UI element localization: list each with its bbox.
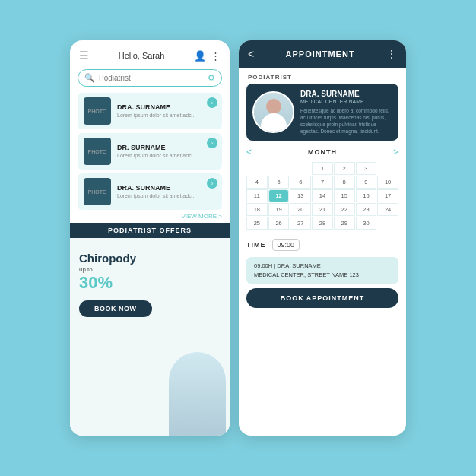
book-appointment-button[interactable]: BOOK APPOINTMENT — [246, 288, 398, 308]
cal-day-4[interactable]: 4 — [246, 176, 268, 189]
booking-time-doctor: 09:00H | DRA. SURNAME — [254, 262, 391, 270]
cal-day-9[interactable]: 9 — [356, 176, 377, 189]
card-arrow-1[interactable]: › — [207, 97, 217, 108]
cal-day-6[interactable]: 6 — [290, 176, 311, 189]
hamburger-icon[interactable]: ☰ — [79, 49, 89, 62]
appointment-more-icon[interactable]: ⋮ — [386, 48, 397, 60]
cal-day-26[interactable]: 26 — [268, 217, 290, 230]
header-icons: 👤 ⋮ — [194, 50, 221, 62]
calendar-grid: 1 2 3 4 5 6 7 8 9 10 11 12 13 14 15 16 1… — [246, 162, 398, 230]
doctor-profile-card: DRA. SURNAME MEDICAL CENTER NAME Pellent… — [246, 84, 398, 141]
cal-day-1[interactable]: 1 — [312, 162, 333, 175]
cal-day-5[interactable]: 5 — [268, 176, 290, 189]
left-phone: ☰ Hello, Sarah 👤 ⋮ 🔍 ⚙ PHOTO DRA. SURNAM… — [70, 40, 230, 436]
time-value[interactable]: 09:00 — [272, 239, 300, 251]
booking-info: 09:00H | DRA. SURNAME MEDICAL CENTER, ST… — [246, 257, 398, 284]
appointment-header: < APPOINTMENT ⋮ — [239, 40, 406, 68]
more-icon[interactable]: ⋮ — [211, 50, 221, 62]
book-now-button[interactable]: BOOK NOW — [79, 300, 152, 317]
doctor-desc-3: Lorem ipsum dolor sit amet adc... — [117, 192, 216, 199]
cal-day-22[interactable]: 22 — [334, 203, 355, 216]
right-phone: < APPOINTMENT ⋮ PODIATRIST DRA. SURNAME … — [239, 40, 406, 436]
doctor-profile-info: DRA. SURNAME MEDICAL CENTER NAME Pellent… — [300, 90, 392, 135]
calendar-section: < MONTH > 1 2 3 4 5 6 7 8 9 10 — [239, 141, 406, 236]
promo-subtitle: up to — [79, 266, 221, 273]
cal-empty — [268, 162, 290, 175]
greeting-text: Hello, Sarah — [119, 51, 165, 60]
doctor-card-3[interactable]: PHOTO DRA. SURNAME Lorem ipsum dolor sit… — [78, 173, 222, 210]
cal-empty — [290, 162, 311, 175]
cal-day-30[interactable]: 30 — [356, 217, 377, 230]
cal-day-23[interactable]: 23 — [356, 203, 377, 216]
doctor-avatar — [252, 91, 294, 133]
calendar-next-button[interactable]: > — [393, 147, 398, 157]
profile-center: MEDICAL CENTER NAME — [300, 99, 392, 104]
cal-empty — [377, 162, 398, 175]
doctor-photo-2: PHOTO — [84, 138, 111, 165]
view-more-link[interactable]: VIEW MORE > — [70, 210, 230, 223]
doctor-name-1: DRA. SURNAME — [117, 103, 216, 111]
search-input[interactable] — [99, 74, 208, 82]
cal-day-18[interactable]: 18 — [246, 203, 268, 216]
back-button[interactable]: < — [248, 48, 254, 60]
booking-location: MEDICAL CENTER, STREET NAME 123 — [254, 271, 391, 279]
cal-day-14[interactable]: 14 — [312, 189, 333, 202]
doctor-card-1[interactable]: PHOTO DRA. SURNAME Lorem ipsum dolor sit… — [78, 93, 222, 129]
cal-day-21[interactable]: 21 — [312, 203, 333, 216]
cal-day-24[interactable]: 24 — [377, 203, 398, 216]
cal-day-11[interactable]: 11 — [246, 189, 268, 202]
cal-day-16[interactable]: 16 — [356, 189, 377, 202]
time-section: TIME 09:00 — [239, 236, 406, 257]
promo-discount: 30% — [79, 273, 221, 293]
doctor-photo-3: PHOTO — [84, 178, 111, 205]
cal-day-29[interactable]: 29 — [334, 217, 355, 230]
user-icon[interactable]: 👤 — [194, 50, 206, 62]
cal-day-19[interactable]: 19 — [268, 203, 290, 216]
doctor-desc-2: Lorem ipsum dolor sit amet adc... — [117, 152, 216, 159]
doctor-name-3: DRA. SURNAME — [117, 184, 216, 192]
appointment-specialty: PODIATRIST — [239, 68, 406, 84]
offers-banner: PODIATRIST OFFERS — [70, 223, 230, 238]
cal-day-15[interactable]: 15 — [334, 189, 355, 202]
cal-day-17[interactable]: 17 — [377, 189, 398, 202]
doctor-list: PHOTO DRA. SURNAME Lorem ipsum dolor sit… — [70, 93, 230, 210]
doctor-info-1: DRA. SURNAME Lorem ipsum dolor sit amet … — [117, 103, 216, 119]
cal-day-7[interactable]: 7 — [312, 176, 333, 189]
doctor-photo-1: PHOTO — [84, 97, 111, 125]
appointment-title: APPOINTMENT — [254, 49, 386, 59]
card-arrow-3[interactable]: › — [207, 178, 217, 189]
profile-desc: Pellentesque ac libero at commodo felis,… — [300, 107, 392, 135]
doctor-info-2: DR. SURNAME Lorem ipsum dolor sit amet a… — [117, 144, 216, 159]
profile-name: DRA. SURNAME — [300, 90, 392, 98]
doctor-card-2[interactable]: PHOTO DR. SURNAME Lorem ipsum dolor sit … — [78, 133, 222, 170]
cal-day-20[interactable]: 20 — [290, 203, 311, 216]
search-bar[interactable]: 🔍 ⚙ — [78, 69, 222, 87]
calendar-prev-button[interactable]: < — [246, 147, 252, 157]
calendar-month-label: MONTH — [308, 148, 337, 156]
cal-day-27[interactable]: 27 — [290, 217, 311, 230]
cal-day-10[interactable]: 10 — [377, 176, 398, 189]
doctor-info-3: DRA. SURNAME Lorem ipsum dolor sit amet … — [117, 184, 216, 199]
cal-day-28[interactable]: 28 — [312, 217, 333, 230]
cal-day-12-today[interactable]: 12 — [268, 189, 290, 202]
time-label: TIME — [246, 241, 266, 249]
cal-day-3[interactable]: 3 — [356, 162, 377, 175]
left-header: ☰ Hello, Sarah 👤 ⋮ — [70, 40, 230, 66]
cal-day-8[interactable]: 8 — [334, 176, 355, 189]
cal-day-13[interactable]: 13 — [290, 189, 311, 202]
cal-day-25[interactable]: 25 — [246, 217, 268, 230]
cal-day-2[interactable]: 2 — [334, 162, 355, 175]
doctor-name-2: DR. SURNAME — [117, 144, 216, 151]
card-arrow-2[interactable]: › — [207, 138, 217, 148]
search-icon: 🔍 — [84, 73, 95, 83]
calendar-nav: < MONTH > — [246, 147, 398, 157]
cal-empty — [246, 162, 268, 175]
doctor-silhouette — [169, 352, 226, 436]
promo-section: Chiropody up to 30% BOOK NOW — [70, 238, 230, 436]
filter-icon[interactable]: ⚙ — [208, 73, 215, 83]
doctor-desc-1: Lorem ipsum dolor sit amet adc... — [117, 112, 216, 119]
promo-title: Chiropody — [79, 252, 221, 265]
promo-text: Chiropody up to 30% BOOK NOW — [70, 238, 230, 331]
cal-empty — [377, 217, 398, 230]
